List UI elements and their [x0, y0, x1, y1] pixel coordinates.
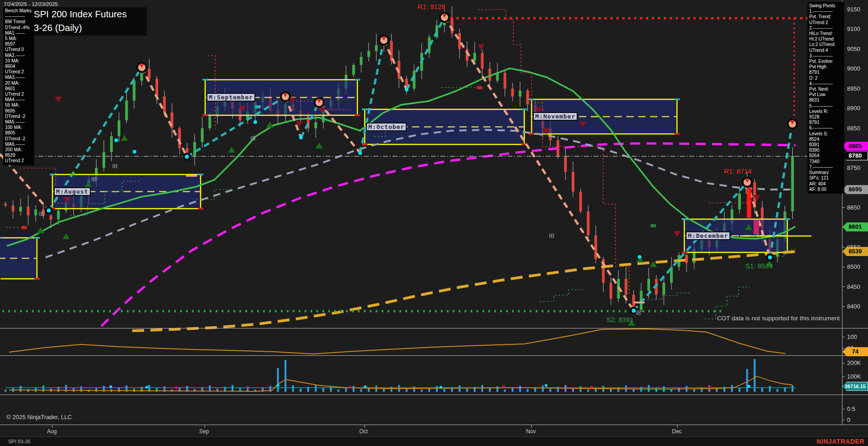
month-range-boxes [0, 79, 790, 280]
benchmarks-line: MA3.------ [5, 75, 33, 80]
volume-bar [413, 386, 415, 392]
signal-square [477, 86, 482, 89]
benchmarks-line: 8695 [5, 108, 33, 114]
up-arrow-icon [315, 143, 323, 149]
volume-bar [671, 390, 672, 392]
volume-dot [748, 385, 750, 388]
volume-panel [5, 359, 796, 392]
ib-label: IB [636, 309, 641, 316]
chart-title-line1: SPI 200 Index Futures [34, 7, 147, 21]
axis-tick-label: 8450 [847, 283, 860, 290]
swing-pivots-line: 2.------------- [809, 26, 843, 31]
up-arrow-icon [228, 147, 235, 153]
price-tag-8601: 8601 [842, 222, 868, 231]
down-arrow-icon [55, 97, 62, 103]
pivot-dot [638, 255, 641, 259]
price-axis[interactable]: 9150910090509000895089008850875086508550… [842, 0, 868, 436]
month-box-label: M:August [54, 187, 91, 196]
benchmarks-line: DTrend -2 [5, 114, 33, 119]
axis-tick-label: 200K [847, 359, 861, 366]
ninjatrader-logo: NINJATRADER [816, 438, 864, 445]
level-label: R1: 8714 [724, 167, 752, 175]
month-box-label: M:December [686, 231, 730, 240]
volume-bar [549, 389, 551, 392]
benchmarks-line: UTrend 2 [5, 158, 33, 164]
volume-bar [648, 385, 650, 392]
down-arrow-icon [673, 231, 681, 237]
volume-bar [610, 389, 612, 392]
price-tag-74: 74 [842, 347, 868, 356]
volume-dot [439, 386, 442, 389]
swing-pivots-line: HiLo Trend: [809, 31, 843, 36]
benchmarks-line: 8539 [5, 153, 33, 158]
benchmarks-line: 55 MA: [5, 103, 33, 108]
swing-pivots-line: 8791 [809, 120, 843, 125]
axis-tick-label: 8650 [847, 204, 860, 211]
tab-spi-03-26[interactable]: SPI 03-26 [8, 439, 31, 444]
swing-pivots-line: 8791 [809, 70, 843, 75]
pivot-dot [358, 151, 362, 155]
axis-tick-label: 8500 [847, 263, 860, 270]
axis-tick-label: 100K [847, 373, 861, 380]
swing-pivots-line: Levels R: [809, 109, 843, 114]
oscillator-panel [9, 329, 785, 354]
price-tag-8695: 8695 [842, 185, 868, 194]
red-step [478, 10, 629, 295]
volume-bar [731, 385, 733, 392]
volume-bar [80, 386, 82, 392]
volume-bar [444, 389, 445, 392]
signal-square [21, 226, 27, 229]
volume-bar [693, 389, 695, 392]
level-label: F0 [754, 233, 760, 238]
swing-pivots-line: Pvt. Next: [809, 87, 843, 92]
chart-canvas[interactable]: R1: 9128R1: 8714S1: 8524S2: 8391F0IBIBIB… [0, 0, 868, 436]
volume-bar [156, 388, 158, 392]
volume-bar [678, 388, 680, 392]
swing-pivots-line: Summary [809, 170, 843, 175]
volume-bar [300, 389, 301, 392]
swing-pivots-line: UTrend 4 [809, 48, 843, 53]
candles [4, 6, 794, 315]
benchmarks-line: 5 MA: [5, 36, 33, 41]
volume-dot [145, 386, 148, 389]
swing-pivots-line: UTrend 2 [809, 20, 843, 26]
ib-label: IB [39, 210, 44, 217]
swing-pivots-line: Pvt. Evolve: [809, 59, 843, 64]
panel-frame [0, 0, 868, 428]
volume-bar [284, 360, 286, 392]
swing-pivots-line: Swing Pivots [809, 3, 843, 9]
axis-tick-label: 8900 [847, 105, 860, 112]
volume-bar [489, 388, 491, 392]
pivot-dot [133, 150, 136, 154]
volume-bar [496, 386, 498, 392]
ma-20-green [7, 68, 796, 246]
volume-bar [754, 359, 755, 392]
chart-title-line2: 3-26 (Daily) [34, 21, 147, 35]
price-tag-8780: 8780 [842, 151, 868, 160]
swing-pivots-line: Pvt Low [809, 92, 843, 97]
pivot-dot [253, 120, 257, 124]
axis-tick-label: 9100 [847, 26, 860, 32]
volume-bar [739, 388, 740, 392]
axis-tick-label: 8950 [847, 85, 860, 92]
benchmarks-line: MA5.------ [5, 119, 33, 125]
volume-dot [247, 386, 250, 389]
price-tag-8805: 8805 [842, 142, 868, 151]
swing-pivots-line: 4.------------- [809, 81, 843, 87]
swing-pivots-line: 3.------------- [809, 53, 843, 59]
ib-label: IB [250, 135, 256, 142]
benchmarks-line: DTrend -2 [5, 136, 33, 142]
ninjatrader-chart-window: R1: 9128R1: 8714S1: 8524S2: 8391F0IBIBIB… [0, 0, 868, 446]
up-arrow-icon [62, 233, 70, 239]
benchmarks-line: 20 MA: [5, 81, 33, 86]
volume-bar [345, 388, 347, 392]
date-range: 7/24/2025 - 12/23/2025 [4, 1, 58, 7]
swing-pivots-indicator-panel: Swing Pivots1.-------------Pvt. Trend:UT… [807, 2, 844, 194]
benchmarks-line: 8604 [5, 64, 33, 69]
green-step [539, 290, 584, 302]
volume-bar [194, 389, 196, 392]
month-box-label: M:September [207, 93, 255, 102]
volume-bar [587, 390, 589, 392]
benchmarks-line: 8601 [5, 86, 33, 92]
copyright-text: © 2025 NinjaTrader, LLC [6, 414, 72, 420]
